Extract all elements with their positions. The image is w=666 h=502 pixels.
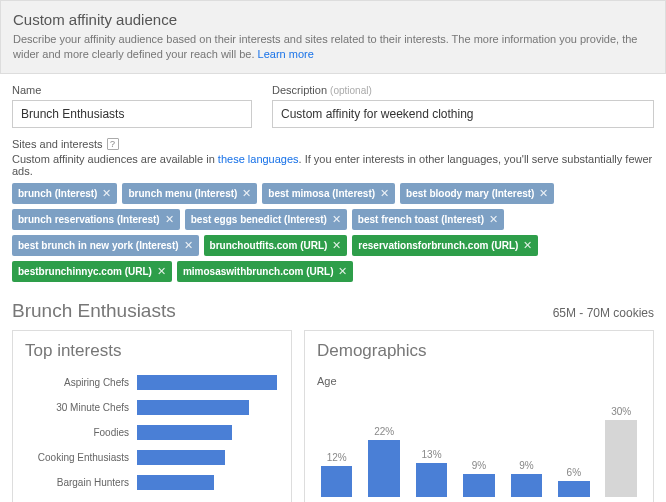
chip-url[interactable]: brunchoutfits.com (URL)✕ [204,235,348,256]
age-bar-col: 6%65+ [554,393,593,502]
demographics-chart: 12%18-2422%25-3413%35-449%45-549%55-646%… [317,393,641,502]
age-bar [321,466,353,497]
cookies-estimate: 65M - 70M cookies [553,306,654,320]
description-optional: (optional) [330,85,372,96]
interest-bar [137,475,214,490]
learn-more-link[interactable]: Learn more [258,48,314,60]
interest-bar-row: Aspiring Chefs [25,375,279,390]
chip-interest[interactable]: best mimosa (Interest)✕ [262,183,395,204]
chip-interest[interactable]: brunch menu (Interest)✕ [122,183,257,204]
chip-interest[interactable]: best eggs benedict (Interest)✕ [185,209,347,230]
age-bar-col: 22%25-34 [364,393,403,502]
interest-bar [137,450,225,465]
name-label: Name [12,84,252,96]
description-label-text: Description [272,84,327,96]
header-panel: Custom affinity audience Describe your a… [0,0,666,74]
chip-label: brunchoutfits.com (URL) [210,240,328,251]
close-icon[interactable]: ✕ [332,213,341,226]
top-interests-card: Top interests Aspiring Chefs30 Minute Ch… [12,330,292,502]
age-bar-value: 6% [567,467,581,478]
header-description: Describe your affinity audience based on… [13,32,653,63]
audience-name: Brunch Enthusiasts [12,300,176,322]
close-icon[interactable]: ✕ [539,187,548,200]
name-field: Name [12,84,252,128]
chips-container[interactable]: brunch (Interest)✕brunch menu (Interest)… [12,183,654,282]
chip-label: best mimosa (Interest) [268,188,375,199]
chip-label: best brunch in new york (Interest) [18,240,179,251]
age-bar-value: 9% [519,460,533,471]
chip-url[interactable]: mimosaswithbrunch.com (URL)✕ [177,261,354,282]
interest-bar-label: Aspiring Chefs [25,377,137,388]
age-bar [558,481,590,496]
interest-bar [137,425,232,440]
interest-bar-row: Bargain Hunters [25,475,279,490]
description-input[interactable] [272,100,654,128]
age-bar-col: 13%35-44 [412,393,451,502]
chip-interest[interactable]: best french toast (Interest)✕ [352,209,504,230]
chip-label: brunch (Interest) [18,188,97,199]
chip-label: brunch menu (Interest) [128,188,237,199]
interest-bar [137,400,249,415]
insights-section: Brunch Enthusiasts 65M - 70M cookies Top… [0,292,666,502]
chip-interest[interactable]: best bloody mary (Interest)✕ [400,183,554,204]
age-bar-col: 12%18-24 [317,393,356,502]
age-bar [511,474,543,497]
close-icon[interactable]: ✕ [102,187,111,200]
age-bar-col: 9%55-64 [507,393,546,502]
interest-bar-label: Foodies [25,427,137,438]
close-icon[interactable]: ✕ [157,265,166,278]
age-bar-value: 13% [422,449,442,460]
sites-label: Sites and interests [12,138,103,150]
interest-bar [137,375,277,390]
age-bar-value: 22% [374,426,394,437]
close-icon[interactable]: ✕ [165,213,174,226]
close-icon[interactable]: ✕ [380,187,389,200]
close-icon[interactable]: ✕ [184,239,193,252]
language-note: Custom affinity audiences are available … [12,153,654,177]
demographics-subtitle: Age [317,375,641,387]
help-icon[interactable]: ? [107,138,119,150]
name-input[interactable] [12,100,252,128]
chip-label: mimosaswithbrunch.com (URL) [183,266,334,277]
interest-bar-label: Bargain Hunters [25,477,137,488]
age-bar [368,440,400,497]
chip-interest[interactable]: brunch reservations (Interest)✕ [12,209,180,230]
interest-bar-label: 30 Minute Chefs [25,402,137,413]
age-bar [416,463,448,496]
age-bar-col: 30%Unknown [602,393,641,502]
chip-label: bestbrunchinnyc.com (URL) [18,266,152,277]
age-bar-col: 9%45-54 [459,393,498,502]
chip-interest[interactable]: brunch (Interest)✕ [12,183,117,204]
interest-bar-label: Cooking Enthusiasts [25,452,137,463]
close-icon[interactable]: ✕ [338,265,347,278]
chip-url[interactable]: reservationsforbrunch.com (URL)✕ [352,235,538,256]
close-icon[interactable]: ✕ [242,187,251,200]
close-icon[interactable]: ✕ [332,239,341,252]
interest-bar-row: 30 Minute Chefs [25,400,279,415]
chip-url[interactable]: bestbrunchinnyc.com (URL)✕ [12,261,172,282]
interest-bar-row: Foodies [25,425,279,440]
age-bar-value: 30% [611,406,631,417]
chip-label: reservationsforbrunch.com (URL) [358,240,518,251]
chip-label: best eggs benedict (Interest) [191,214,327,225]
languages-link[interactable]: these languages [218,153,299,165]
top-interests-title: Top interests [25,341,279,361]
interest-bar-row: Cooking Enthusiasts [25,450,279,465]
close-icon[interactable]: ✕ [489,213,498,226]
demographics-card: Demographics Age 12%18-2422%25-3413%35-4… [304,330,654,502]
chip-label: best bloody mary (Interest) [406,188,534,199]
lang-note-prefix: Custom affinity audiences are available … [12,153,218,165]
age-bar-value: 9% [472,460,486,471]
top-interests-chart: Aspiring Chefs30 Minute ChefsFoodiesCook… [25,375,279,490]
age-bar [463,474,495,497]
header-title: Custom affinity audience [13,11,653,28]
chip-label: brunch reservations (Interest) [18,214,160,225]
age-bar-value: 12% [327,452,347,463]
description-label: Description (optional) [272,84,654,96]
chip-interest[interactable]: best brunch in new york (Interest)✕ [12,235,199,256]
header-description-text: Describe your affinity audience based on… [13,33,638,60]
demographics-title: Demographics [317,341,641,361]
form-row: Name Description (optional) [0,74,666,134]
close-icon[interactable]: ✕ [523,239,532,252]
chip-label: best french toast (Interest) [358,214,484,225]
